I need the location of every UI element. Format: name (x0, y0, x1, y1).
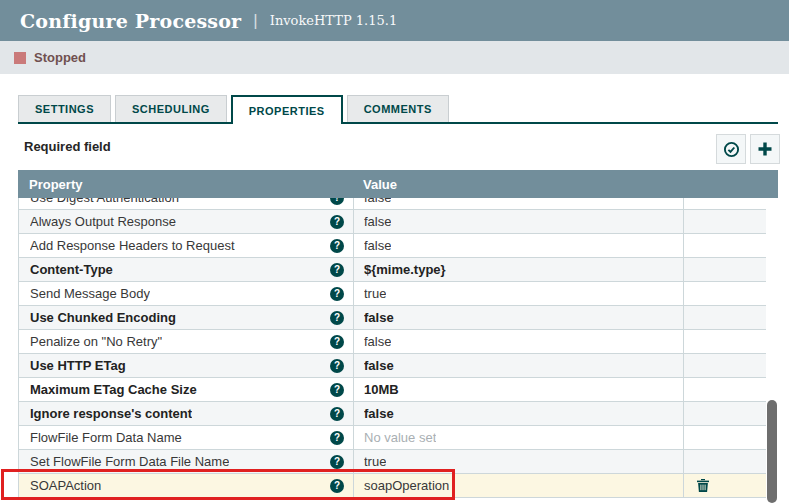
row-actions-cell (684, 426, 766, 449)
row-actions-cell (684, 198, 766, 209)
help-icon[interactable]: ? (330, 198, 344, 205)
property-name-cell: Content-Type ? (19, 258, 354, 281)
property-name-cell: Ignore response's content ? (19, 402, 354, 425)
property-value-cell[interactable]: false (354, 210, 684, 233)
property-name-cell: Use Chunked Encoding ? (19, 306, 354, 329)
plus-icon (757, 141, 773, 157)
help-icon[interactable]: ? (330, 287, 344, 301)
required-field-label: Required field (24, 139, 111, 154)
property-name-cell: Add Response Headers to Request ? (19, 234, 354, 257)
tab-scheduling[interactable]: SCHEDULING (115, 95, 227, 122)
row-actions-cell (684, 282, 766, 305)
table-row[interactable]: Content-Type ? ${mime.type} (19, 258, 766, 282)
property-value-cell[interactable]: false (354, 330, 684, 353)
row-actions-cell (684, 306, 766, 329)
property-name: Content-Type (30, 262, 113, 277)
property-value: false (364, 214, 391, 229)
properties-table: Property Value Use Digest Authentication… (18, 170, 778, 498)
help-icon[interactable]: ? (330, 359, 344, 373)
row-actions-cell (684, 450, 766, 473)
property-name: Penalize on "No Retry" (30, 334, 162, 349)
dialog-title: Configure Processor (20, 10, 241, 32)
tab-properties[interactable]: PROPERTIES (231, 95, 343, 124)
property-value: false (364, 358, 394, 373)
configure-processor-dialog: Configure Processor | InvokeHTTP 1.15.1 … (0, 0, 789, 503)
verify-properties-button[interactable] (716, 134, 746, 164)
property-value: soapOperation (364, 478, 449, 493)
property-value-cell[interactable]: soapOperation (354, 474, 684, 497)
row-actions-cell (684, 210, 766, 233)
property-value-cell[interactable]: false (354, 402, 684, 425)
table-row[interactable]: SOAPAction ? soapOperation (19, 474, 766, 498)
property-value: true (364, 286, 386, 301)
property-value: false (364, 406, 394, 421)
table-row[interactable]: Add Response Headers to Request ? false (19, 234, 766, 258)
property-name: Use Digest Authentication (30, 198, 179, 205)
property-value: false (364, 334, 391, 349)
property-value: No value set (364, 430, 436, 445)
tab-settings[interactable]: SETTINGS (18, 95, 111, 122)
property-name: Set FlowFile Form Data File Name (30, 454, 229, 469)
table-row[interactable]: FlowFile Form Data Name ? No value set (19, 426, 766, 450)
property-value: ${mime.type} (364, 262, 446, 277)
table-row[interactable]: Send Message Body ? true (19, 282, 766, 306)
tab-bar: SETTINGS SCHEDULING PROPERTIES COMMENTS (18, 95, 778, 124)
row-actions-cell (684, 402, 766, 425)
property-value: false (364, 238, 391, 253)
property-value-cell[interactable]: false (354, 234, 684, 257)
help-icon[interactable]: ? (330, 239, 344, 253)
table-row[interactable]: Always Output Response ? false (19, 210, 766, 234)
property-value: true (364, 454, 386, 469)
property-value-cell[interactable]: false (354, 198, 684, 209)
property-name-cell: Maximum ETag Cache Size ? (19, 378, 354, 401)
help-icon[interactable]: ? (330, 311, 344, 325)
row-actions-cell (684, 378, 766, 401)
row-actions-cell (684, 234, 766, 257)
table-row[interactable]: Use HTTP ETag ? false (19, 354, 766, 378)
property-value-cell[interactable]: ${mime.type} (354, 258, 684, 281)
scrollbar-thumb[interactable] (767, 400, 777, 503)
scrollbar[interactable] (766, 198, 778, 503)
add-property-button[interactable] (750, 134, 780, 164)
property-value-cell[interactable]: false (354, 306, 684, 329)
column-header-property: Property (18, 177, 353, 192)
row-actions-cell (684, 330, 766, 353)
property-value-cell[interactable]: true (354, 282, 684, 305)
row-actions-cell (684, 354, 766, 377)
help-icon[interactable]: ? (330, 455, 344, 469)
property-name-cell: Use Digest Authentication ? (19, 198, 354, 209)
property-name: Use Chunked Encoding (30, 310, 176, 325)
table-row[interactable]: Set FlowFile Form Data File Name ? true (19, 450, 766, 474)
stopped-state-icon (14, 52, 26, 64)
property-name: Ignore response's content (30, 406, 192, 421)
tab-comments[interactable]: COMMENTS (347, 95, 449, 122)
help-icon[interactable]: ? (330, 407, 344, 421)
property-value-cell[interactable]: false (354, 354, 684, 377)
table-row[interactable]: Use Digest Authentication ? false (19, 198, 766, 210)
delete-property-button[interactable] (697, 479, 709, 492)
table-row[interactable]: Ignore response's content ? false (19, 402, 766, 426)
property-value-cell[interactable]: true (354, 450, 684, 473)
property-name: Send Message Body (30, 286, 150, 301)
property-name: FlowFile Form Data Name (30, 430, 182, 445)
status-bar: Stopped (0, 41, 789, 74)
table-row[interactable]: Penalize on "No Retry" ? false (19, 330, 766, 354)
property-value-cell[interactable]: 10MB (354, 378, 684, 401)
property-name-cell: FlowFile Form Data Name ? (19, 426, 354, 449)
property-name: Always Output Response (30, 214, 176, 229)
properties-toolbar: Required field (0, 124, 789, 170)
help-icon[interactable]: ? (330, 383, 344, 397)
property-name: SOAPAction (30, 478, 101, 493)
dialog-header: Configure Processor | InvokeHTTP 1.15.1 (0, 0, 789, 41)
property-name-cell: SOAPAction ? (19, 474, 354, 497)
help-icon[interactable]: ? (330, 335, 344, 349)
help-icon[interactable]: ? (330, 263, 344, 277)
help-icon[interactable]: ? (330, 431, 344, 445)
table-row[interactable]: Use Chunked Encoding ? false (19, 306, 766, 330)
processor-type-version: InvokeHTTP 1.15.1 (270, 13, 397, 28)
help-icon[interactable]: ? (330, 479, 344, 493)
table-row[interactable]: Maximum ETag Cache Size ? 10MB (19, 378, 766, 402)
trash-icon (697, 479, 709, 492)
help-icon[interactable]: ? (330, 215, 344, 229)
property-value-cell[interactable]: No value set (354, 426, 684, 449)
